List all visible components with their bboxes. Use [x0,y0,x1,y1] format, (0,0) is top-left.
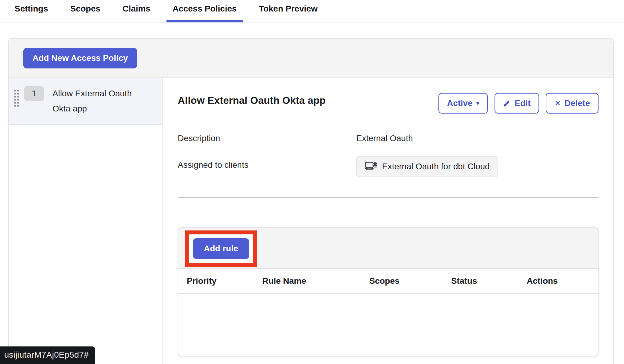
policy-detail-panel: Allow External Oauth Okta app Active ▾ [163,78,613,364]
description-value: External Oauth [356,129,599,143]
rules-card: Add rule Priority Rule Name Scopes Statu… [178,227,599,356]
rules-table-empty-body [178,294,598,356]
close-icon: ✕ [554,99,561,107]
add-rule-button[interactable]: Add rule [193,238,249,259]
drag-handle-icon[interactable] [14,90,19,107]
tab-claims[interactable]: Claims [116,0,156,22]
rules-toolbar: Add rule [178,228,598,269]
rules-table-header: Priority Rule Name Scopes Status Actions [178,269,598,294]
tab-access-policies[interactable]: Access Policies [166,0,243,22]
client-laptop-database-icon [365,161,377,172]
policy-list: 1 Allow External Oauth Okta app [9,78,163,364]
policy-list-item[interactable]: 1 Allow External Oauth Okta app [9,78,162,125]
add-new-access-policy-button[interactable]: Add New Access Policy [23,48,137,68]
annotation-highlight-box: Add rule [185,230,257,267]
assigned-client-chip-label: External Oauth for dbt Cloud [382,162,490,171]
column-actions: Actions [518,269,598,293]
access-policies-panel: Add New Access Policy 1 Allow External O… [8,38,614,364]
chevron-down-icon: ▾ [476,100,479,107]
delete-button-label: Delete [565,98,590,108]
column-rule-name: Rule Name [254,269,361,293]
policy-name-label: Allow External Oauth Okta app [52,86,142,116]
status-bar-url-tooltip: usijiutarM7Aj0Ep5d7# [0,346,95,364]
description-label: Description [178,129,356,143]
column-scopes: Scopes [361,269,443,293]
tab-scopes[interactable]: Scopes [64,0,106,22]
column-status: Status [443,269,518,293]
status-dropdown-button[interactable]: Active ▾ [438,93,488,114]
pencil-icon [503,99,511,107]
section-divider [178,197,599,198]
policies-toolbar: Add New Access Policy [9,39,613,78]
tab-bar: Settings Scopes Claims Access Policies T… [0,0,624,22]
tab-token-preview[interactable]: Token Preview [253,0,324,22]
policy-priority-badge: 1 [24,86,44,101]
tabs-nav: Settings Scopes Claims Access Policies T… [8,0,324,22]
edit-button-label: Edit [515,98,531,108]
policy-fields: Description External Oauth Assigned to c… [178,129,599,177]
delete-button[interactable]: ✕ Delete [546,93,599,114]
assigned-to-clients-label: Assigned to clients [178,156,356,170]
assigned-client-chip[interactable]: External Oauth for dbt Cloud [356,156,498,177]
policy-actions: Active ▾ Edit ✕ De [438,93,599,114]
status-dropdown-label: Active [447,98,472,108]
column-priority: Priority [178,269,254,293]
policy-title: Allow External Oauth Okta app [178,95,326,106]
tab-settings[interactable]: Settings [8,0,54,22]
edit-button[interactable]: Edit [495,93,539,114]
